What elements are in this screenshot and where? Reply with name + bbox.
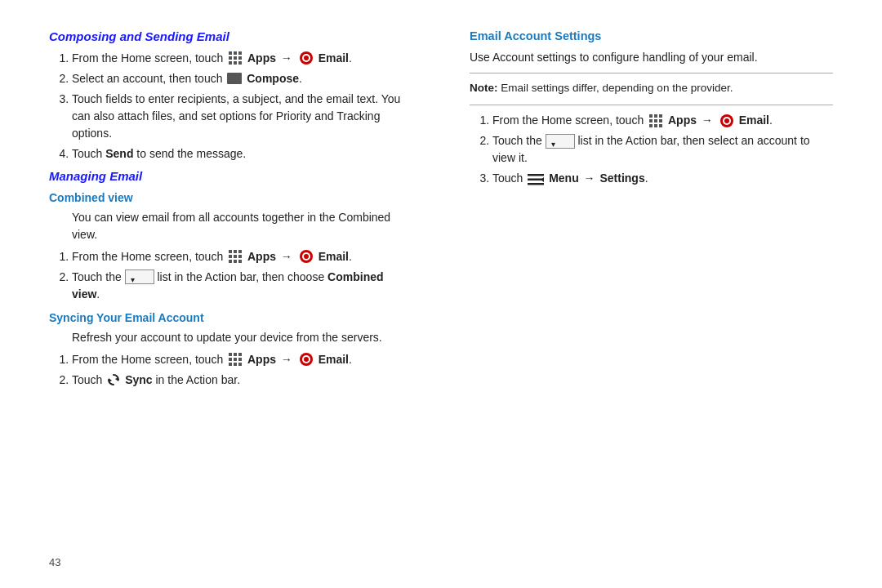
svg-point-23 <box>304 254 309 259</box>
combined-view-label: Combined view <box>72 270 384 301</box>
apps-label4: Apps <box>668 114 697 127</box>
svg-rect-38 <box>649 114 653 118</box>
svg-marker-36 <box>115 377 118 381</box>
svg-rect-40 <box>659 114 662 118</box>
svg-rect-13 <box>234 250 237 253</box>
list-item: From the Home screen, touch <box>72 248 412 265</box>
email-icon2 <box>299 249 314 264</box>
section1-title: Composing and Sending Email <box>49 29 412 43</box>
compose-label: Compose <box>247 72 299 85</box>
dropdown-box1 <box>125 270 154 284</box>
svg-rect-17 <box>238 255 242 258</box>
right-section-title: Email Account Settings <box>470 29 833 42</box>
svg-rect-3 <box>229 56 232 60</box>
apps-icon3 <box>228 352 243 367</box>
subsection2-list: From the Home screen, touch <box>72 351 412 389</box>
svg-rect-0 <box>229 51 232 55</box>
svg-rect-6 <box>229 61 232 65</box>
left-column: Composing and Sending Email From the Hom… <box>49 29 429 559</box>
section2-title: Managing Email <box>49 169 412 183</box>
svg-rect-32 <box>238 363 242 366</box>
subsection1-intro: You can view email from all accounts tog… <box>72 209 412 243</box>
svg-rect-16 <box>234 255 237 258</box>
svg-rect-28 <box>234 358 237 361</box>
note-label: Note: <box>470 82 498 94</box>
note-text: Email settings differ, depending on the … <box>498 82 733 94</box>
apps-icon <box>228 51 243 65</box>
email-icon4 <box>719 114 734 128</box>
svg-rect-29 <box>238 358 242 361</box>
list-item: Touch Menu → Settings. <box>492 170 833 187</box>
divider2 <box>470 105 833 105</box>
list-item: Select an account, then touch Compose. <box>72 70 412 87</box>
svg-rect-1 <box>234 51 237 55</box>
menu-icon <box>528 173 544 185</box>
svg-point-49 <box>724 118 729 123</box>
email-icon1 <box>299 51 314 65</box>
svg-marker-53 <box>541 177 544 182</box>
svg-rect-52 <box>528 183 544 185</box>
right-column: Email Account Settings Use Account setti… <box>461 29 833 559</box>
list-item: Touch Send to send the message. <box>72 145 412 163</box>
list-item: From the Home screen, touch <box>72 50 412 67</box>
svg-rect-45 <box>654 124 657 127</box>
svg-rect-15 <box>229 255 232 258</box>
arrow4: → <box>702 114 713 127</box>
divider1 <box>470 73 833 74</box>
svg-rect-7 <box>234 61 237 65</box>
svg-rect-30 <box>229 363 232 366</box>
apps-label: Apps <box>247 51 276 65</box>
section1-list: From the Home screen, touch <box>72 50 412 163</box>
svg-rect-31 <box>234 363 237 366</box>
svg-rect-8 <box>238 61 242 65</box>
svg-rect-42 <box>654 119 657 122</box>
svg-rect-5 <box>238 56 242 60</box>
svg-rect-27 <box>229 358 232 361</box>
compose-icon <box>227 73 242 84</box>
list-item: Touch fields to enter recipients, a subj… <box>72 91 412 142</box>
email-label2: Email <box>318 250 349 263</box>
list-item: Touch Sync in the Action bar. <box>72 372 412 389</box>
svg-rect-20 <box>238 260 242 263</box>
sync-label: Sync <box>125 373 152 386</box>
list-item: From the Home screen, touch <box>492 112 833 129</box>
list-item: Touch the list in the Action bar, then c… <box>72 269 412 303</box>
subsection1-list: From the Home screen, touch <box>72 248 412 303</box>
svg-rect-46 <box>659 124 662 127</box>
svg-rect-44 <box>649 124 653 127</box>
subsection2-intro: Refresh your account to update your devi… <box>72 329 412 346</box>
subsection1-title: Combined view <box>49 191 412 204</box>
right-list: From the Home screen, touch <box>492 112 833 187</box>
dropdown-box2 <box>546 134 575 149</box>
svg-rect-19 <box>234 260 237 263</box>
svg-point-11 <box>304 56 309 60</box>
svg-rect-4 <box>234 56 237 60</box>
two-column-layout: Composing and Sending Email From the Hom… <box>49 29 833 559</box>
svg-rect-39 <box>654 114 657 118</box>
svg-point-35 <box>304 357 309 362</box>
svg-rect-50 <box>528 174 544 176</box>
apps-icon4 <box>648 114 663 128</box>
note-paragraph: Note: Email settings differ, depending o… <box>470 80 833 96</box>
list-item: From the Home screen, touch <box>72 351 412 368</box>
arrow3: → <box>281 353 292 366</box>
page: Composing and Sending Email From the Hom… <box>0 0 882 588</box>
arrow1: → <box>281 51 292 65</box>
svg-rect-2 <box>238 51 242 55</box>
email-label3: Email <box>318 353 349 366</box>
apps-label3: Apps <box>247 353 276 366</box>
subsection2-title: Syncing Your Email Account <box>49 311 412 324</box>
right-intro: Use Account settings to configure handli… <box>470 49 833 66</box>
sync-icon <box>107 373 120 386</box>
settings-label: Settings <box>599 172 644 185</box>
svg-rect-26 <box>238 353 242 356</box>
svg-rect-12 <box>229 250 232 253</box>
send-label: Send <box>105 147 133 160</box>
email-icon3 <box>299 352 314 367</box>
list-item: Touch the list in the Action bar, then s… <box>492 132 833 167</box>
apps-icon2 <box>228 249 243 264</box>
svg-rect-18 <box>229 260 232 263</box>
email-label1: Email <box>318 51 349 65</box>
svg-rect-43 <box>659 119 662 122</box>
menu-label: Menu <box>549 172 579 185</box>
